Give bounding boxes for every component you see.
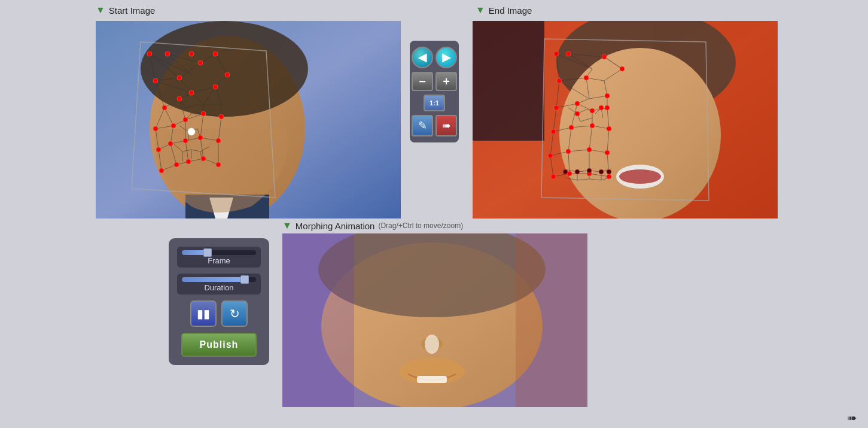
- svg-point-196: [599, 169, 604, 174]
- one-to-one-button[interactable]: 1:1: [424, 95, 445, 111]
- svg-point-75: [153, 78, 158, 83]
- svg-point-89: [168, 141, 173, 146]
- svg-point-178: [569, 125, 574, 130]
- svg-point-74: [213, 51, 218, 56]
- svg-point-184: [605, 150, 610, 155]
- morph-preview-svg: [282, 233, 587, 407]
- refresh-button[interactable]: ↻: [221, 300, 248, 327]
- svg-point-173: [620, 66, 625, 71]
- ratio-row: 1:1: [424, 95, 445, 111]
- svg-point-85: [183, 117, 188, 122]
- svg-point-181: [548, 153, 553, 158]
- svg-rect-102: [473, 21, 544, 141]
- svg-point-77: [198, 60, 203, 65]
- svg-point-183: [587, 147, 592, 152]
- zoom-in-button[interactable]: +: [435, 72, 457, 91]
- tool-row: ✎ ➠: [412, 115, 457, 136]
- svg-point-197: [607, 169, 611, 174]
- pencil-tool-button[interactable]: ✎: [412, 115, 433, 136]
- zoom-row: − +: [412, 72, 457, 91]
- svg-point-177: [551, 129, 556, 134]
- frame-slider-track[interactable]: [182, 250, 256, 255]
- frame-slider-group: Frame: [177, 247, 261, 268]
- svg-point-76: [177, 75, 182, 80]
- svg-point-190: [605, 105, 610, 110]
- svg-point-191: [575, 111, 580, 116]
- navigation-row: ◀ ▶: [412, 47, 457, 68]
- svg-point-104: [559, 48, 721, 218]
- svg-point-192: [599, 105, 604, 110]
- center-control-panel: ◀ ▶ − + 1:1 ✎ ➠: [410, 41, 459, 142]
- svg-point-175: [575, 101, 580, 106]
- svg-point-176: [605, 93, 610, 98]
- svg-point-180: [607, 126, 611, 131]
- svg-point-73: [189, 51, 194, 56]
- start-pin-icon: ▼: [96, 5, 105, 16]
- svg-point-82: [213, 84, 218, 89]
- publish-button[interactable]: Publish: [181, 333, 257, 357]
- svg-point-93: [159, 168, 164, 173]
- cursor-indicator: ➠: [847, 411, 857, 425]
- frame-slider-thumb[interactable]: [203, 248, 212, 257]
- prev-button[interactable]: ◀: [412, 47, 433, 68]
- svg-point-205: [425, 335, 439, 354]
- duration-slider-fill: [182, 277, 245, 282]
- svg-point-168: [554, 51, 559, 56]
- svg-point-95: [186, 159, 191, 164]
- start-face-canvas[interactable]: [96, 21, 401, 218]
- next-button[interactable]: ▶: [435, 47, 457, 68]
- svg-point-185: [551, 174, 556, 179]
- duration-slider-thumb[interactable]: [240, 275, 249, 284]
- svg-point-189: [590, 108, 595, 113]
- morph-pin-icon: ▼: [282, 220, 292, 231]
- pause-button[interactable]: ▮▮: [190, 300, 217, 327]
- svg-point-98: [188, 128, 195, 135]
- svg-point-188: [607, 174, 611, 179]
- svg-rect-201: [282, 233, 354, 407]
- svg-point-193: [563, 169, 568, 174]
- svg-point-106: [619, 169, 661, 184]
- end-face-canvas[interactable]: [473, 21, 778, 218]
- svg-point-88: [156, 147, 161, 152]
- svg-point-2: [141, 21, 308, 117]
- svg-point-72: [165, 51, 170, 56]
- svg-point-172: [584, 75, 589, 80]
- duration-slider-track[interactable]: [182, 277, 256, 282]
- duration-slider-group: Duration: [177, 274, 261, 295]
- svg-point-195: [587, 168, 592, 173]
- start-image-panel: [96, 21, 401, 218]
- svg-point-174: [554, 105, 559, 110]
- start-image-svg: [96, 21, 401, 218]
- svg-point-91: [198, 135, 203, 140]
- svg-point-97: [216, 162, 221, 167]
- animation-control-panel: Frame Duration ▮▮ ↻ Publish: [169, 238, 269, 365]
- end-image-svg: [473, 21, 778, 218]
- end-pin-icon: ▼: [476, 5, 485, 16]
- svg-point-81: [189, 90, 194, 95]
- end-image-label: ▼ End Image: [476, 5, 532, 16]
- svg-point-182: [566, 149, 571, 154]
- svg-point-84: [171, 123, 176, 128]
- morphing-animation-label: ▼ Morphing Animation (Drag/+Ctrl to move…: [282, 220, 463, 231]
- svg-point-79: [162, 105, 167, 110]
- svg-point-94: [174, 162, 179, 167]
- svg-point-171: [557, 78, 562, 83]
- start-image-label: ▼ Start Image: [96, 5, 155, 16]
- svg-point-179: [590, 123, 595, 128]
- morphing-animation-panel[interactable]: [282, 233, 587, 407]
- arrow-tool-button[interactable]: ➠: [435, 115, 457, 136]
- svg-point-86: [201, 111, 206, 116]
- svg-point-169: [566, 51, 571, 56]
- svg-point-170: [602, 54, 607, 59]
- duration-label: Duration: [182, 283, 256, 292]
- svg-point-71: [147, 51, 152, 56]
- svg-point-194: [575, 169, 580, 174]
- end-image-panel: [473, 21, 778, 218]
- svg-rect-202: [516, 233, 587, 407]
- playback-buttons: ▮▮ ↻: [190, 300, 248, 327]
- svg-point-96: [201, 156, 206, 161]
- svg-point-87: [219, 114, 224, 119]
- zoom-out-button[interactable]: −: [412, 72, 433, 91]
- svg-point-78: [225, 72, 230, 77]
- svg-point-83: [153, 126, 158, 131]
